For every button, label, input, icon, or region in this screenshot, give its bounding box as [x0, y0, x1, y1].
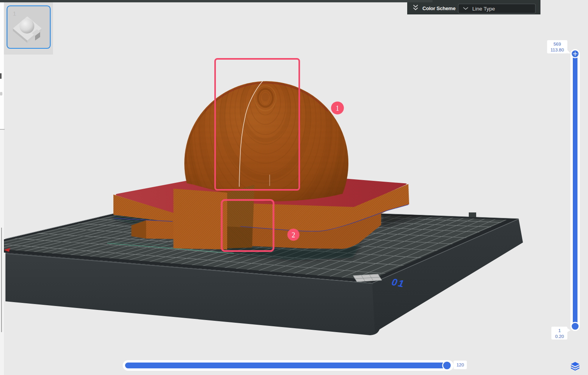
svg-text:0.20: 0.20: [555, 334, 564, 339]
svg-text:Color Scheme: Color Scheme: [422, 5, 456, 11]
svg-text:Line Type: Line Type: [472, 6, 495, 12]
svg-text:113.80: 113.80: [551, 48, 564, 52]
svg-text:1: 1: [13, 10, 16, 17]
svg-text:569: 569: [553, 42, 561, 46]
svg-text:1: 1: [558, 328, 561, 333]
svg-text:1: 1: [336, 104, 339, 112]
svg-text:2: 2: [292, 231, 295, 239]
svg-text:120: 120: [456, 363, 464, 367]
